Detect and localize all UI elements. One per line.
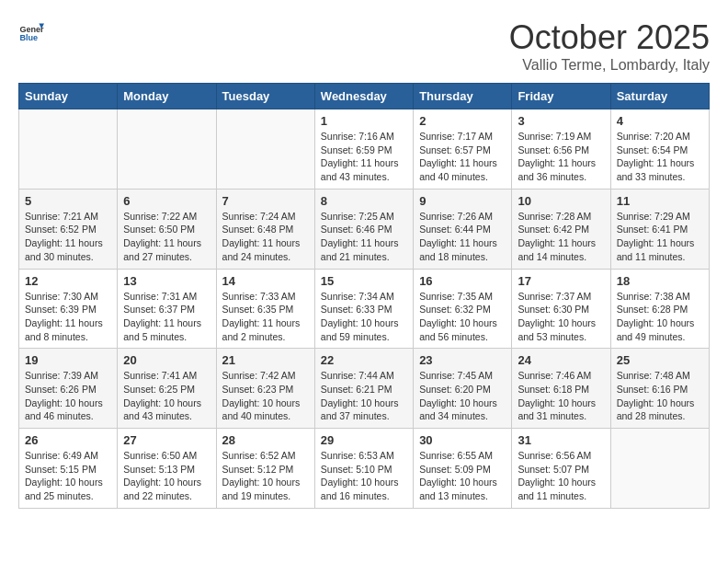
day-info: Sunrise: 7:24 AM Sunset: 6:48 PM Dayligh…: [222, 210, 309, 264]
column-header-tuesday: Tuesday: [216, 84, 314, 109]
day-info: Sunrise: 7:33 AM Sunset: 6:35 PM Dayligh…: [222, 290, 309, 344]
logo-icon: General Blue: [18, 18, 44, 44]
day-number: 23: [419, 353, 506, 367]
calendar-cell: 8Sunrise: 7:25 AM Sunset: 6:46 PM Daylig…: [314, 189, 413, 269]
calendar-header-row: SundayMondayTuesdayWednesdayThursdayFrid…: [19, 84, 710, 109]
calendar-cell: 9Sunrise: 7:26 AM Sunset: 6:44 PM Daylig…: [414, 189, 512, 269]
day-number: 3: [518, 114, 604, 128]
day-number: 8: [321, 194, 407, 208]
day-info: Sunrise: 7:22 AM Sunset: 6:50 PM Dayligh…: [123, 210, 210, 264]
column-header-wednesday: Wednesday: [314, 84, 413, 109]
day-number: 10: [518, 194, 604, 208]
calendar-cell: 26Sunrise: 6:49 AM Sunset: 5:15 PM Dayli…: [19, 429, 118, 509]
calendar-cell: 30Sunrise: 6:55 AM Sunset: 5:09 PM Dayli…: [414, 429, 512, 509]
logo: General Blue: [18, 18, 44, 44]
svg-text:Blue: Blue: [19, 33, 38, 42]
day-info: Sunrise: 6:53 AM Sunset: 5:10 PM Dayligh…: [321, 449, 407, 503]
day-info: Sunrise: 7:29 AM Sunset: 6:41 PM Dayligh…: [617, 210, 703, 264]
column-header-saturday: Saturday: [610, 84, 709, 109]
day-number: 22: [321, 353, 407, 367]
day-number: 24: [518, 353, 604, 367]
day-info: Sunrise: 7:44 AM Sunset: 6:21 PM Dayligh…: [321, 369, 407, 423]
day-info: Sunrise: 7:35 AM Sunset: 6:32 PM Dayligh…: [419, 290, 506, 344]
day-number: 25: [617, 353, 703, 367]
day-number: 31: [518, 433, 604, 447]
calendar-cell: 12Sunrise: 7:30 AM Sunset: 6:39 PM Dayli…: [19, 269, 118, 349]
calendar-cell: 1Sunrise: 7:16 AM Sunset: 6:59 PM Daylig…: [314, 109, 413, 190]
day-info: Sunrise: 7:45 AM Sunset: 6:20 PM Dayligh…: [419, 369, 506, 423]
calendar-cell: 5Sunrise: 7:21 AM Sunset: 6:52 PM Daylig…: [19, 189, 118, 269]
calendar-cell: 10Sunrise: 7:28 AM Sunset: 6:42 PM Dayli…: [512, 189, 610, 269]
day-info: Sunrise: 7:16 AM Sunset: 6:59 PM Dayligh…: [321, 130, 407, 184]
day-info: Sunrise: 7:34 AM Sunset: 6:33 PM Dayligh…: [321, 290, 407, 344]
calendar-cell: 3Sunrise: 7:19 AM Sunset: 6:56 PM Daylig…: [512, 109, 610, 190]
day-number: 17: [518, 274, 604, 288]
day-number: 29: [321, 433, 407, 447]
day-info: Sunrise: 6:56 AM Sunset: 5:07 PM Dayligh…: [518, 449, 604, 503]
day-info: Sunrise: 7:42 AM Sunset: 6:23 PM Dayligh…: [222, 369, 309, 423]
day-info: Sunrise: 6:50 AM Sunset: 5:13 PM Dayligh…: [123, 449, 210, 503]
week-row-0: 1Sunrise: 7:16 AM Sunset: 6:59 PM Daylig…: [19, 109, 710, 190]
day-info: Sunrise: 7:25 AM Sunset: 6:46 PM Dayligh…: [321, 210, 407, 264]
day-info: Sunrise: 7:30 AM Sunset: 6:39 PM Dayligh…: [25, 290, 111, 344]
calendar-cell: 31Sunrise: 6:56 AM Sunset: 5:07 PM Dayli…: [512, 429, 610, 509]
calendar-cell: 16Sunrise: 7:35 AM Sunset: 6:32 PM Dayli…: [414, 269, 512, 349]
calendar-cell: 7Sunrise: 7:24 AM Sunset: 6:48 PM Daylig…: [216, 189, 314, 269]
location: Vallio Terme, Lombardy, Italy: [509, 57, 710, 74]
header: General Blue October 2025 Vallio Terme, …: [18, 18, 710, 74]
calendar-cell: 17Sunrise: 7:37 AM Sunset: 6:30 PM Dayli…: [512, 269, 610, 349]
column-header-friday: Friday: [512, 84, 610, 109]
column-header-thursday: Thursday: [414, 84, 512, 109]
week-row-1: 5Sunrise: 7:21 AM Sunset: 6:52 PM Daylig…: [19, 189, 710, 269]
calendar-cell: 11Sunrise: 7:29 AM Sunset: 6:41 PM Dayli…: [610, 189, 709, 269]
day-number: 15: [321, 274, 407, 288]
column-header-monday: Monday: [118, 84, 216, 109]
day-number: 26: [25, 433, 111, 447]
day-info: Sunrise: 7:20 AM Sunset: 6:54 PM Dayligh…: [617, 130, 703, 184]
day-info: Sunrise: 7:48 AM Sunset: 6:16 PM Dayligh…: [617, 369, 703, 423]
calendar-cell: 29Sunrise: 6:53 AM Sunset: 5:10 PM Dayli…: [314, 429, 413, 509]
day-number: 12: [25, 274, 111, 288]
day-info: Sunrise: 7:46 AM Sunset: 6:18 PM Dayligh…: [518, 369, 604, 423]
day-number: 18: [617, 274, 703, 288]
day-number: 5: [25, 194, 111, 208]
day-info: Sunrise: 7:17 AM Sunset: 6:57 PM Dayligh…: [419, 130, 506, 184]
calendar-cell: 13Sunrise: 7:31 AM Sunset: 6:37 PM Dayli…: [118, 269, 216, 349]
calendar-cell: 15Sunrise: 7:34 AM Sunset: 6:33 PM Dayli…: [314, 269, 413, 349]
calendar-cell: 4Sunrise: 7:20 AM Sunset: 6:54 PM Daylig…: [610, 109, 709, 190]
calendar-cell: 24Sunrise: 7:46 AM Sunset: 6:18 PM Dayli…: [512, 349, 610, 429]
day-info: Sunrise: 7:21 AM Sunset: 6:52 PM Dayligh…: [25, 210, 111, 264]
calendar-cell: 28Sunrise: 6:52 AM Sunset: 5:12 PM Dayli…: [216, 429, 314, 509]
day-info: Sunrise: 6:52 AM Sunset: 5:12 PM Dayligh…: [222, 449, 309, 503]
day-info: Sunrise: 7:39 AM Sunset: 6:26 PM Dayligh…: [25, 369, 111, 423]
calendar-cell: [118, 109, 216, 190]
calendar-cell: 27Sunrise: 6:50 AM Sunset: 5:13 PM Dayli…: [118, 429, 216, 509]
day-info: Sunrise: 6:49 AM Sunset: 5:15 PM Dayligh…: [25, 449, 111, 503]
day-number: 19: [25, 353, 111, 367]
day-info: Sunrise: 6:55 AM Sunset: 5:09 PM Dayligh…: [419, 449, 506, 503]
week-row-2: 12Sunrise: 7:30 AM Sunset: 6:39 PM Dayli…: [19, 269, 710, 349]
column-header-sunday: Sunday: [19, 84, 118, 109]
calendar-cell: [216, 109, 314, 190]
calendar-table: SundayMondayTuesdayWednesdayThursdayFrid…: [18, 83, 710, 509]
week-row-3: 19Sunrise: 7:39 AM Sunset: 6:26 PM Dayli…: [19, 349, 710, 429]
day-info: Sunrise: 7:37 AM Sunset: 6:30 PM Dayligh…: [518, 290, 604, 344]
calendar-cell: 20Sunrise: 7:41 AM Sunset: 6:25 PM Dayli…: [118, 349, 216, 429]
calendar-cell: 2Sunrise: 7:17 AM Sunset: 6:57 PM Daylig…: [414, 109, 512, 190]
calendar-cell: 19Sunrise: 7:39 AM Sunset: 6:26 PM Dayli…: [19, 349, 118, 429]
week-row-4: 26Sunrise: 6:49 AM Sunset: 5:15 PM Dayli…: [19, 429, 710, 509]
calendar-cell: 22Sunrise: 7:44 AM Sunset: 6:21 PM Dayli…: [314, 349, 413, 429]
calendar-cell: [19, 109, 118, 190]
day-number: 4: [617, 114, 703, 128]
day-info: Sunrise: 7:26 AM Sunset: 6:44 PM Dayligh…: [419, 210, 506, 264]
day-number: 20: [123, 353, 210, 367]
calendar-cell: 25Sunrise: 7:48 AM Sunset: 6:16 PM Dayli…: [610, 349, 709, 429]
day-number: 16: [419, 274, 506, 288]
day-info: Sunrise: 7:38 AM Sunset: 6:28 PM Dayligh…: [617, 290, 703, 344]
calendar-cell: 14Sunrise: 7:33 AM Sunset: 6:35 PM Dayli…: [216, 269, 314, 349]
day-number: 27: [123, 433, 210, 447]
day-number: 2: [419, 114, 506, 128]
calendar-cell: [610, 429, 709, 509]
day-number: 28: [222, 433, 309, 447]
day-number: 21: [222, 353, 309, 367]
